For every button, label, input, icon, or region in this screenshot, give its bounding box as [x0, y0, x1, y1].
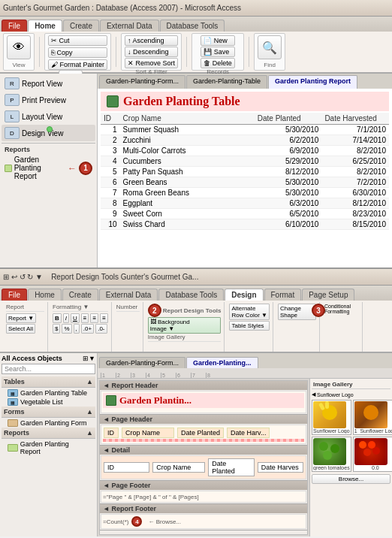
new-button[interactable]: 📄 New: [201, 35, 235, 46]
page-footer-expr: ="Page " & [Page] & " of " & [Pages]: [103, 494, 199, 500]
crop-detail-control[interactable]: Crop Name: [152, 462, 205, 473]
bottom-ribbon-body: Report Report ▼ Select All Formatting ▼ …: [0, 301, 392, 353]
bottom-tab-home[interactable]: Home: [28, 289, 62, 301]
cell-crop: Zucchini: [120, 135, 255, 146]
report-footer-section: ◄ Report Footer =Count(*) 4 ← Browse...: [100, 504, 307, 530]
cell-id: 8: [101, 198, 120, 209]
change-shape-button[interactable]: ChangeShape: [278, 304, 316, 320]
underline-button[interactable]: U: [71, 313, 80, 323]
gallery-item-2[interactable]: 1_Sunflower Logo: [353, 400, 392, 435]
background-image-button[interactable]: 🖼 BackgroundImage ▼: [148, 317, 222, 334]
cut-button[interactable]: ✂ Cut: [48, 35, 107, 46]
save-button[interactable]: 💾 Save: [201, 47, 235, 57]
id-detail-control[interactable]: ID: [104, 462, 149, 473]
doc-tab-table[interactable]: Garden-Planting-Table: [186, 75, 267, 89]
bottom-doc-tab-planting[interactable]: Garden-Planting...: [186, 357, 258, 368]
number-row: $ % , .0+ .0-: [53, 324, 108, 334]
top-tab-database[interactable]: Database Tools: [160, 20, 225, 32]
bottom-doc-tab-form[interactable]: Garden-Planting-Form...: [99, 357, 185, 368]
delete-button[interactable]: 🗑 Delete: [201, 58, 235, 68]
page-footer-section: ◄ Page Footer ="Page " & [Page] & " of "…: [100, 481, 307, 504]
bottom-tab-design[interactable]: Design: [225, 289, 263, 301]
design-view-item[interactable]: D Design View: [2, 125, 95, 141]
cell-harvested: 7/14/2010: [321, 135, 389, 146]
top-tab-file[interactable]: File: [2, 20, 27, 32]
bottom-tab-file[interactable]: File: [2, 289, 27, 301]
objects-toggle[interactable]: ⊞▼: [83, 355, 95, 362]
dollar-button[interactable]: $: [53, 324, 60, 334]
bottom-tab-create[interactable]: Create: [62, 289, 98, 301]
gallery-item-4[interactable]: 0.0: [353, 437, 392, 472]
gallery-grid: Sunflower Logo 1_Sunflower Logo green to…: [312, 400, 390, 472]
layout-view-item[interactable]: L Layout View: [2, 108, 95, 125]
find-button[interactable]: 🔍: [258, 35, 282, 59]
remove-sort-button[interactable]: ✕ Remove Sort: [125, 58, 178, 68]
garden-planting-report-item[interactable]: Garden Planting Report ← 1: [2, 154, 95, 182]
top-tab-home[interactable]: Home: [28, 20, 62, 32]
report-dropdown[interactable]: Report ▼: [6, 313, 36, 323]
increase-decimal[interactable]: .0+: [81, 324, 94, 334]
top-tab-create[interactable]: Create: [63, 20, 99, 32]
top-main-area: R Report View P Print Preview L Layout V…: [0, 74, 392, 267]
garden-planting-form-item[interactable]: Garden Planting Form: [2, 419, 95, 428]
garden-planting-report-bottom-item[interactable]: Garden Planting Report: [2, 440, 95, 456]
gallery-prev[interactable]: ◀: [312, 391, 315, 397]
design-title-row: Garden Plantin...: [103, 393, 304, 408]
format-painter-button[interactable]: 🖌 Format Painter: [48, 59, 107, 70]
bottom-ribbon-tabs: File Home Create External Data Database …: [0, 286, 392, 301]
cell-id: 9: [101, 209, 120, 219]
percent-button[interactable]: %: [62, 324, 71, 334]
crop-header-label: Crop Name: [122, 428, 174, 438]
design-main-panel: ◄ Report Header Garden Plantin... ◄ Page…: [99, 380, 308, 535]
bottom-tab-external[interactable]: External Data: [99, 289, 158, 301]
print-preview-item[interactable]: P Print Preview: [2, 92, 95, 108]
bold-button[interactable]: B: [53, 313, 62, 323]
bottom-tab-format[interactable]: Format: [264, 289, 302, 301]
bottom-tab-database[interactable]: Database Tools: [158, 289, 224, 301]
sidebar-search-input[interactable]: [2, 364, 95, 374]
align-center[interactable]: ≡: [90, 313, 98, 323]
forms-section[interactable]: Forms ▲: [2, 407, 95, 418]
descending-button[interactable]: ↓ Descending: [125, 47, 178, 57]
gallery-title: Image Gallery: [312, 380, 390, 389]
comma-button[interactable]: ,: [74, 324, 80, 334]
gallery-item-1[interactable]: Sunflower Logo: [312, 400, 351, 435]
ascending-button[interactable]: ↑ Ascending: [125, 35, 178, 46]
bottom-tab-pagesetup[interactable]: Page Setup: [302, 289, 354, 301]
decrease-decimal[interactable]: .0-: [95, 324, 107, 334]
report-footer-body: =Count(*) 4 ← Browse...: [101, 514, 306, 529]
report-ribbon-section: Report Report ▼ Select All: [3, 302, 48, 352]
align-left[interactable]: ≡: [81, 313, 89, 323]
doc-tab-form[interactable]: Garden-Planting-Form...: [99, 75, 185, 89]
copy-button[interactable]: ⎘ Copy: [48, 47, 107, 58]
cell-planted: 6/10/2010: [255, 219, 322, 230]
align-right[interactable]: ≡: [100, 313, 108, 323]
vegetable-list-item[interactable]: ▦ Vegetable List: [2, 397, 95, 407]
cell-id: 6: [101, 177, 120, 188]
harvested-detail-control[interactable]: Date Harves: [258, 462, 303, 473]
garden-planting-table-item[interactable]: ▦ Garden Planting Table: [2, 388, 95, 397]
top-tab-external[interactable]: External Data: [100, 20, 159, 32]
gallery-item-3[interactable]: green tomatoes: [312, 437, 351, 472]
report-view-item[interactable]: R Report View: [2, 75, 95, 92]
image-gallery-panel: Image Gallery ◀ Sunflower Logo Sunf: [309, 379, 392, 536]
view-button[interactable]: 👁: [7, 35, 31, 59]
select-all-button[interactable]: Select All: [6, 324, 35, 334]
report-header-bar: ◄ Report Header: [100, 381, 307, 390]
tables-section[interactable]: Tables ▲: [2, 376, 95, 388]
cell-id: 7: [101, 188, 120, 198]
bottom-reports-section[interactable]: Reports ▲: [2, 428, 95, 439]
header-crop: Crop Name: [120, 113, 255, 125]
garden-report-icon: [5, 165, 12, 172]
cell-crop: Patty Pan Squash: [120, 167, 255, 177]
gallery-label-3: green tomatoes: [313, 465, 350, 470]
alternate-color[interactable]: AlternateRow Color ▼: [229, 304, 269, 320]
table-row: 10 Swiss Chard 6/10/2010 8/15/2010: [101, 219, 389, 230]
report-view-icon: R: [5, 77, 20, 89]
detail-section: ◄ Detail ID Crop Name Date Planted Date …: [100, 446, 307, 481]
browse-button[interactable]: Browse...: [312, 474, 390, 484]
italic-button[interactable]: I: [63, 313, 69, 323]
doc-tab-report[interactable]: Garden Planting Report: [268, 75, 357, 89]
table-styles[interactable]: Table Styles: [229, 321, 269, 331]
planted-detail-control[interactable]: Date Planted: [208, 458, 254, 476]
